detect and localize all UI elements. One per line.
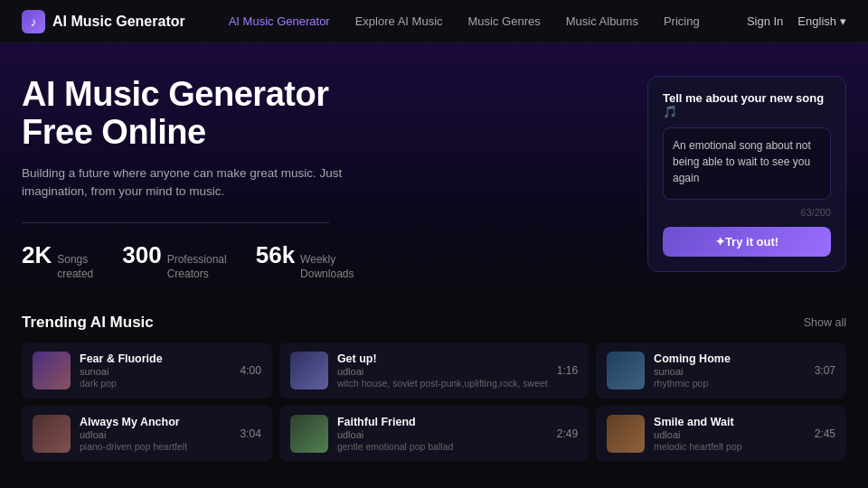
stat-songs-label: Songs created	[57, 253, 93, 281]
stats-row: 2K Songs created 300 Professional Creato…	[22, 241, 611, 281]
music-genre: melodic heartfelt pop	[654, 441, 806, 452]
music-thumbnail	[607, 415, 645, 453]
nav-link-genres[interactable]: Music Genres	[468, 14, 541, 28]
navbar: ♪ AI Music Generator AI Music Generator …	[0, 0, 868, 43]
song-card-title: Tell me about your new song 🎵	[663, 91, 831, 118]
hero-left: AI Music Generator Free Online Building …	[22, 76, 611, 281]
music-genre: dark pop	[80, 378, 231, 389]
music-duration: 4:00	[241, 364, 261, 377]
music-grid: Fear & Fluoride sunoai dark pop 4:00 Get…	[22, 343, 846, 462]
music-duration: 3:07	[815, 364, 835, 377]
music-info: Get up! udloai witch house, soviet post-…	[337, 352, 548, 389]
music-info: Smile and Wait udloai melodic heartfelt …	[654, 416, 806, 452]
music-creator: sunoai	[654, 366, 806, 377]
music-card[interactable]: Always My Anchor udloai piano-driven pop…	[22, 406, 272, 462]
show-all-button[interactable]: Show all	[804, 316, 846, 329]
music-card[interactable]: Coming Home sunoai rhythmic pop 3:07	[596, 343, 846, 399]
music-creator: udloai	[80, 429, 231, 440]
trending-section: Trending AI Music Show all Fear & Fluori…	[0, 314, 868, 476]
music-name: Fear & Fluoride	[80, 352, 231, 365]
stat-creators-label: Professional Creators	[167, 253, 227, 281]
music-card[interactable]: Faithful Friend udloai gentle emotional …	[279, 406, 589, 462]
nav-link-explore[interactable]: Explore AI Music	[355, 14, 443, 28]
music-info: Fear & Fluoride sunoai dark pop	[80, 352, 231, 389]
music-name: Get up!	[337, 352, 548, 365]
stat-songs: 2K Songs created	[22, 241, 93, 281]
music-name: Smile and Wait	[654, 416, 806, 428]
music-duration: 2:45	[815, 427, 835, 440]
nav-link-ai-music-generator[interactable]: AI Music Generator	[229, 14, 330, 28]
logo-text: AI Music Generator	[52, 14, 185, 30]
try-it-out-button[interactable]: ✦Try it out!	[663, 227, 831, 257]
music-thumbnail	[607, 352, 645, 389]
song-description-input[interactable]: An emotional song about not being able t…	[663, 127, 831, 200]
music-info: Coming Home sunoai rhythmic pop	[654, 352, 806, 389]
language-selector[interactable]: English ▾	[797, 14, 846, 28]
hero-title: AI Music Generator Free Online	[22, 76, 611, 152]
music-creator: udloai	[654, 429, 806, 440]
signin-button[interactable]: Sign In	[747, 14, 783, 28]
song-generator-card: Tell me about your new song 🎵 An emotion…	[647, 76, 846, 272]
music-name: Always My Anchor	[80, 416, 231, 428]
nav-link-pricing[interactable]: Pricing	[664, 14, 700, 28]
char-count: 63/200	[663, 207, 831, 218]
music-creator: udloai	[337, 429, 548, 440]
music-genre: gentle emotional pop ballad	[337, 441, 548, 452]
stat-downloads: 56k Weekly Downloads	[256, 241, 354, 281]
hero-divider	[22, 222, 329, 223]
music-thumbnail	[33, 415, 71, 453]
nav-links: AI Music Generator Explore AI Music Musi…	[229, 14, 747, 28]
hero-subtitle: Building a future where anyone can make …	[22, 164, 365, 202]
music-genre: rhythmic pop	[654, 378, 806, 389]
music-creator: sunoai	[80, 366, 231, 377]
music-thumbnail	[290, 352, 328, 389]
nav-link-albums[interactable]: Music Albums	[566, 14, 638, 28]
music-info: Always My Anchor udloai piano-driven pop…	[80, 416, 231, 452]
music-duration: 3:04	[241, 427, 261, 440]
logo[interactable]: ♪ AI Music Generator	[22, 10, 185, 33]
music-info: Faithful Friend udloai gentle emotional …	[337, 416, 548, 452]
music-name: Faithful Friend	[337, 416, 548, 428]
trending-header: Trending AI Music Show all	[22, 314, 846, 332]
music-duration: 1:16	[557, 364, 578, 377]
chevron-down-icon: ▾	[840, 14, 846, 28]
music-name: Coming Home	[654, 352, 806, 365]
nav-right: Sign In English ▾	[747, 14, 846, 28]
music-card[interactable]: Get up! udloai witch house, soviet post-…	[279, 343, 589, 399]
music-genre: witch house, soviet post-punk,uplifting,…	[337, 378, 548, 389]
music-thumbnail	[33, 352, 71, 389]
music-genre: piano-driven pop heartfelt	[80, 441, 231, 452]
stat-downloads-label: Weekly Downloads	[300, 253, 354, 281]
music-creator: udloai	[337, 366, 548, 377]
music-card[interactable]: Smile and Wait udloai melodic heartfelt …	[596, 406, 846, 462]
hero-section: AI Music Generator Free Online Building …	[0, 43, 868, 299]
music-thumbnail	[290, 415, 328, 453]
stat-creators: 300 Professional Creators	[122, 241, 226, 281]
trending-title: Trending AI Music	[22, 314, 154, 332]
music-card[interactable]: Fear & Fluoride sunoai dark pop 4:00	[22, 343, 272, 399]
logo-icon: ♪	[22, 10, 45, 33]
music-duration: 2:49	[557, 427, 578, 440]
